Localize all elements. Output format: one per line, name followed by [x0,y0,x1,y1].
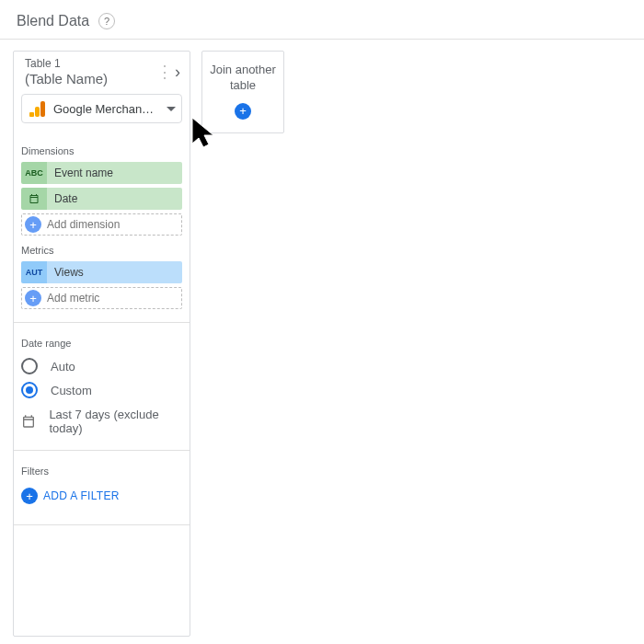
date-range-section: Date range Auto Custom Last 7 days (excl… [14,323,190,444]
dimension-name: Event name [47,162,182,184]
metric-field[interactable]: AUT Views [21,261,182,283]
dimensions-section: Dimensions ABC Event name Date + Add dim… [14,132,190,316]
calendar-type-icon [21,188,47,210]
metric-name: Views [47,261,182,283]
calendar-icon [21,413,36,430]
more-icon[interactable]: ⋮ [155,62,175,82]
dimension-name: Date [47,188,182,210]
add-dimension-button[interactable]: + Add dimension [21,213,182,236]
table-header: Table 1 (Table Name) ⋮ › [14,52,190,90]
dimension-field[interactable]: Date [21,188,182,210]
date-range-auto-radio[interactable]: Auto [21,358,182,374]
table-card-empty-area [14,525,190,636]
join-text: Join another table [208,63,278,94]
plus-icon: + [25,216,41,233]
plus-icon: + [25,290,41,306]
abc-type-icon: ABC [21,162,47,184]
filters-label: Filters [21,466,182,477]
chevron-down-icon [167,107,176,111]
metrics-label: Metrics [21,245,182,256]
data-source-name: Google Merchan… [53,102,163,116]
plus-icon: + [235,103,251,120]
join-another-table-button[interactable]: Join another table + [201,51,284,133]
table-id-label: Table 1 [25,57,155,70]
add-filter-button[interactable]: + ADD A FILTER [21,488,182,504]
table-name[interactable]: (Table Name) [25,71,155,86]
blend-canvas: Table 1 (Table Name) ⋮ › Google Merchan…… [0,40,644,644]
table-card: Table 1 (Table Name) ⋮ › Google Merchan…… [13,51,190,637]
app-header: Blend Data ? [0,0,644,40]
date-range-value: Last 7 days (exclude today) [49,408,182,435]
add-metric-button[interactable]: + Add metric [21,287,182,309]
app-title: Blend Data [17,13,89,29]
date-range-picker[interactable]: Last 7 days (exclude today) [21,408,182,435]
plus-icon: + [21,488,38,504]
dimension-field[interactable]: ABC Event name [21,162,182,184]
dimensions-label: Dimensions [21,145,182,156]
date-range-custom-radio[interactable]: Custom [21,382,182,398]
date-range-label: Date range [21,338,182,349]
google-analytics-icon [29,100,46,117]
filters-section: Filters + ADD A FILTER [14,451,190,519]
help-icon[interactable]: ? [98,13,115,29]
chevron-right-icon[interactable]: › [175,63,180,82]
aut-type-icon: AUT [21,261,47,283]
data-source-select[interactable]: Google Merchan… [21,94,182,123]
